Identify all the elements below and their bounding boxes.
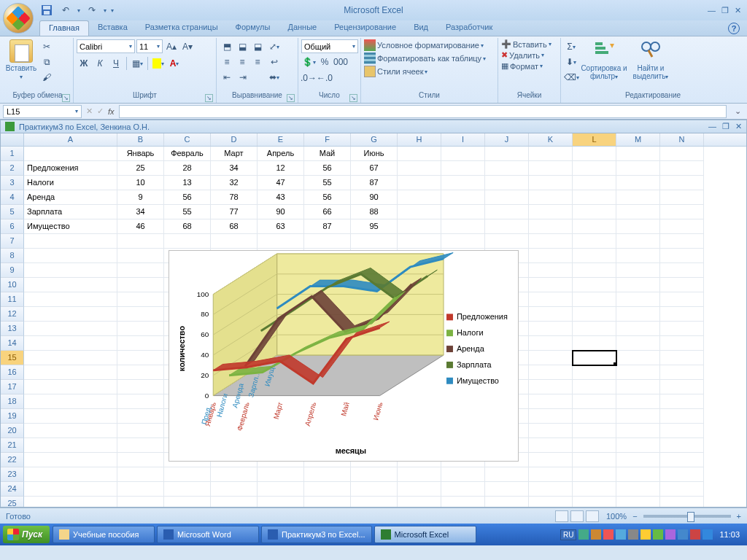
wb-minimize-icon[interactable]: —: [708, 122, 716, 131]
cell-A12[interactable]: [24, 307, 117, 322]
cell-K23[interactable]: [529, 467, 573, 482]
minimize-icon[interactable]: —: [708, 6, 716, 15]
col-head-M[interactable]: M: [616, 133, 660, 146]
cell-N17[interactable]: [660, 380, 704, 394]
cell-M20[interactable]: [616, 424, 660, 438]
font-launcher-icon[interactable]: ↘: [205, 94, 213, 102]
cell-A25[interactable]: [24, 497, 117, 508]
cell-K7[interactable]: [529, 234, 573, 249]
tab-home[interactable]: Главная: [39, 20, 89, 36]
col-head-A[interactable]: A: [24, 133, 117, 146]
cell-A21[interactable]: [24, 438, 117, 453]
cell-H23[interactable]: [398, 467, 441, 482]
row-head-18[interactable]: 18: [1, 394, 24, 409]
font-color-icon[interactable]: A▾: [167, 56, 182, 71]
tab-developer[interactable]: Разработчик: [437, 20, 501, 36]
cell-N15[interactable]: [660, 351, 704, 365]
cell-K11[interactable]: [529, 292, 573, 307]
cell-A20[interactable]: [24, 424, 117, 438]
align-right-icon[interactable]: ≡: [250, 55, 265, 69]
comma-icon[interactable]: 000: [333, 55, 348, 69]
tray-icon[interactable]: [678, 529, 688, 540]
row-head-19[interactable]: 19: [1, 409, 24, 424]
row-head-25[interactable]: 25: [1, 497, 24, 508]
cell-L6[interactable]: [573, 219, 616, 234]
cell-K16[interactable]: [529, 365, 573, 380]
cell-K1[interactable]: [529, 147, 573, 161]
cell-H25[interactable]: [398, 497, 441, 508]
tray-icon[interactable]: [616, 529, 626, 540]
cell-B20[interactable]: [117, 424, 164, 438]
cell-A11[interactable]: [24, 292, 117, 307]
cell-N8[interactable]: [660, 249, 704, 263]
cell-B21[interactable]: [117, 438, 164, 453]
cell-M16[interactable]: [616, 365, 660, 380]
cell-L1[interactable]: [573, 147, 616, 161]
orientation-icon[interactable]: ⤢▾: [267, 39, 282, 54]
tray-icon[interactable]: [665, 529, 676, 540]
copy-icon[interactable]: ⧉: [39, 55, 54, 69]
find-select-button[interactable]: Найти и выделить▾: [630, 39, 672, 81]
cell-F23[interactable]: [304, 467, 351, 482]
tray-icon[interactable]: [690, 529, 700, 540]
cell-M11[interactable]: [616, 292, 660, 307]
cell-B16[interactable]: [117, 365, 164, 380]
cell-B7[interactable]: [117, 234, 164, 249]
enter-formula-icon[interactable]: ✓: [97, 106, 104, 116]
cell-J5[interactable]: [485, 205, 529, 219]
cell-K19[interactable]: [529, 409, 573, 424]
percent-icon[interactable]: %: [317, 55, 332, 69]
cell-K4[interactable]: [529, 190, 573, 205]
cell-L13[interactable]: [573, 322, 616, 336]
cell-A10[interactable]: [24, 278, 117, 292]
fill-icon[interactable]: ⬇▾: [564, 55, 578, 69]
cell-N11[interactable]: [660, 292, 704, 307]
cell-C5[interactable]: 55: [164, 205, 211, 219]
cell-J25[interactable]: [485, 497, 529, 508]
zoom-slider[interactable]: [643, 515, 731, 518]
cell-C3[interactable]: 13: [164, 176, 211, 190]
cell-M4[interactable]: [616, 190, 660, 205]
cell-M22[interactable]: [616, 453, 660, 467]
cell-B13[interactable]: [117, 322, 164, 336]
cell-styles-button[interactable]: Стили ячеек▾: [364, 66, 427, 77]
name-box[interactable]: L15▾: [3, 105, 82, 118]
cell-C7[interactable]: [164, 234, 211, 249]
cell-B17[interactable]: [117, 380, 164, 394]
wb-restore-icon[interactable]: ❐: [722, 122, 729, 131]
cell-G6[interactable]: 95: [351, 219, 398, 234]
cell-A23[interactable]: [24, 467, 117, 482]
cell-L25[interactable]: [573, 497, 616, 508]
inc-decimal-icon[interactable]: .0→: [301, 71, 316, 85]
cell-I24[interactable]: [441, 482, 485, 497]
qat-customize-icon[interactable]: ▾: [111, 7, 114, 14]
cell-G4[interactable]: 90: [351, 190, 398, 205]
tray-icon[interactable]: [703, 529, 713, 540]
cell-D23[interactable]: [211, 467, 258, 482]
task-item[interactable]: Microsoft Excel: [374, 526, 476, 543]
indent-icon[interactable]: ⇥: [236, 70, 250, 85]
cell-M1[interactable]: [616, 147, 660, 161]
row-head-3[interactable]: 3: [1, 176, 24, 190]
tray-icon[interactable]: [628, 529, 638, 540]
cell-G25[interactable]: [351, 497, 398, 508]
row-head-9[interactable]: 9: [1, 263, 24, 278]
grow-font-icon[interactable]: A▴: [164, 39, 179, 54]
cell-M14[interactable]: [616, 336, 660, 351]
tab-pagelayout[interactable]: Разметка страницы: [136, 20, 227, 36]
cell-D3[interactable]: 32: [211, 176, 258, 190]
office-button[interactable]: [3, 3, 34, 34]
cell-L3[interactable]: [573, 176, 616, 190]
cell-L17[interactable]: [573, 380, 616, 394]
cell-D7[interactable]: [211, 234, 258, 249]
cell-A7[interactable]: [24, 234, 117, 249]
cell-L12[interactable]: [573, 307, 616, 322]
chart-object[interactable]: 020406080100ЯнварьФевральМартАпрельМайИю…: [169, 250, 519, 462]
view-pagelayout-icon[interactable]: [570, 510, 584, 522]
dec-decimal-icon[interactable]: ←.0: [317, 71, 332, 85]
cell-J7[interactable]: [485, 234, 529, 249]
cell-B11[interactable]: [117, 292, 164, 307]
cell-L22[interactable]: [573, 453, 616, 467]
cell-F3[interactable]: 55: [304, 176, 351, 190]
task-item[interactable]: Учебные пособия: [53, 526, 155, 543]
